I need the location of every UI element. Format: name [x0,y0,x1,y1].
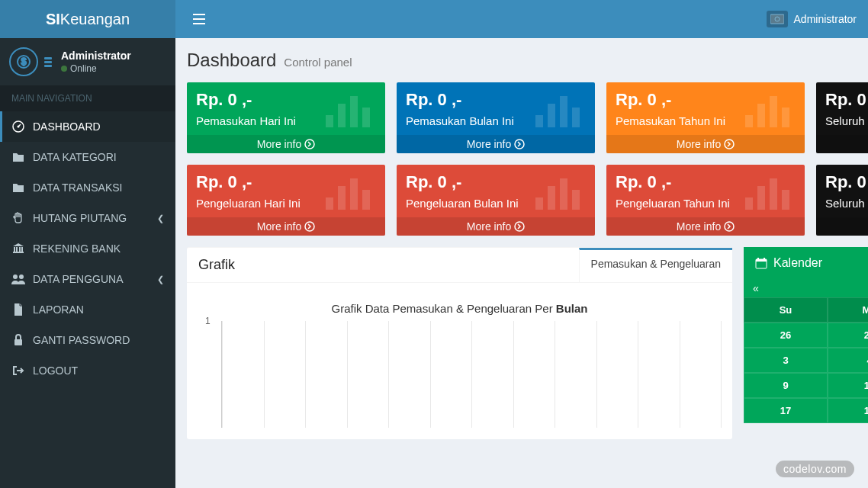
calendar-title: Kalender [773,256,822,270]
sidebar-item-data-pengguna[interactable]: DATA PENGGUNA❮ [0,264,175,294]
sidebar-item-data-transaksi[interactable]: DATA TRANSAKSI [0,172,175,203]
user-name: Administrator [61,50,131,62]
more-info-link[interactable]: More info [397,135,595,153]
svg-rect-44 [560,178,567,210]
svg-rect-38 [338,186,346,210]
calendar-day-cell[interactable]: 27 [828,323,868,348]
svg-rect-27 [745,115,753,127]
more-info-link[interactable]: More info [187,135,385,153]
calendar-day-cell[interactable]: 18 [828,398,868,423]
sidebar-item-logout[interactable]: LOGOUT [0,355,175,386]
sidebar-toggle-button[interactable] [187,8,211,30]
more-info-link[interactable]: More info [606,217,805,236]
stat-card: Rp. 0 ,-Pemasukan Hari IniMore info [187,82,385,153]
svg-rect-2 [193,23,205,24]
logout-icon [11,365,25,376]
svg-rect-25 [572,108,580,127]
svg-rect-24 [560,96,567,127]
calendar-day-cell[interactable]: 9 [744,373,828,398]
folder-icon [11,182,25,193]
calendar-day-header: Su [744,297,828,323]
arrow-right-circle-icon [724,221,735,232]
sidebar-item-label: DATA PENGGUNA [33,273,124,285]
calendar-icon [755,257,767,269]
more-info-link[interactable]: More info [606,135,805,153]
sidebar-item-label: LOGOUT [33,364,78,377]
svg-rect-17 [326,115,333,127]
svg-rect-11 [19,247,21,252]
svg-rect-10 [16,247,18,252]
bars-icon [323,171,376,213]
navbar-user-label: Administrator [794,13,857,25]
svg-rect-16 [14,339,22,345]
watermark: codelov.com [776,461,854,477]
svg-rect-18 [338,104,346,127]
calendar-prev-button[interactable]: « [753,282,759,294]
money-icon [767,11,788,27]
calendar-day-cell[interactable]: 3 [744,348,828,373]
stat-card: Rp. 0 ,-Pengeluaran Bulan IniMore info [397,165,595,236]
file-icon [11,303,25,316]
stat-card: Rp. 0 ,-Pemasukan Bulan IniMore info [397,82,595,153]
user-status: Online [61,63,131,74]
stat-label: Seluruh [825,114,868,127]
svg-rect-3 [770,14,784,24]
sidebar-item-laporan[interactable]: LAPORAN [0,294,175,325]
sidebar-item-ganti-password[interactable]: GANTI PASSWORD [0,325,175,355]
calendar-day-cell[interactable]: 10 [828,373,868,398]
svg-rect-29 [770,96,777,127]
more-info-link[interactable]: More info [816,217,868,236]
calendar-day-cell[interactable]: 26 [744,323,828,348]
svg-rect-43 [548,186,555,210]
bars-icon [532,171,586,213]
calendar-day-header: Mo [828,297,868,323]
svg-rect-37 [326,197,333,210]
app-logo[interactable]: SIKeuangan [0,0,175,38]
hand-icon [11,212,25,224]
more-info-link[interactable]: More info [816,135,868,153]
stat-label: Seluruh [825,197,868,210]
sidebar-item-label: REKENING BANK [33,242,121,255]
svg-rect-28 [757,104,765,127]
user-panel: $ Administrator Online [0,38,175,85]
stat-card: Rp. 0 ,-Pengeluaran Tahun IniMore info [606,165,805,236]
svg-rect-0 [193,14,205,15]
arrow-right-circle-icon [724,139,735,149]
sidebar-item-dashboard[interactable]: DASHBOARD [0,111,175,142]
arrow-right-circle-icon [514,139,525,149]
more-info-link[interactable]: More info [187,217,385,236]
svg-rect-39 [350,178,358,210]
svg-rect-9 [14,247,15,252]
bars-icon [742,171,796,213]
more-info-link[interactable]: More info [397,217,595,236]
calendar-day-cell[interactable]: 17 [744,398,828,423]
svg-rect-48 [757,186,765,210]
chart-tab[interactable]: Pemasukan & Pengeluaran [579,248,732,282]
stat-card: Rp. 0 ,-SeluruhMore info [816,165,868,236]
stat-card: Rp. 0 ,-SeluruhMore info [816,82,868,153]
sidebar-item-label: DATA KATEGORI [33,151,117,163]
sidebar-item-hutang-piutang[interactable]: HUTANG PIUTANG❮ [0,203,175,233]
calendar-day-cell[interactable]: 4 [828,348,868,373]
sidebar-item-data-kategori[interactable]: DATA KATEGORI [0,142,175,172]
svg-rect-47 [745,197,753,210]
stack-lines-icon [44,57,52,67]
menu-icon [193,14,205,24]
sidebar-item-rekening-bank[interactable]: REKENING BANK [0,233,175,264]
svg-rect-20 [362,108,370,127]
svg-text:$: $ [21,56,27,67]
svg-rect-45 [572,190,580,210]
lock-icon [11,334,25,346]
arrow-right-circle-icon [514,221,525,232]
sidebar-item-label: HUTANG PIUTANG [33,212,127,224]
navbar-user[interactable]: Administrator [767,11,857,27]
svg-rect-42 [535,197,543,210]
svg-point-8 [18,126,20,128]
stat-value: Rp. 0 ,- [825,172,868,192]
sidebar-item-label: DATA TRANSAKSI [33,181,122,194]
chart-ytick: 1 [205,316,211,326]
nav-header: MAIN NAVIGATION [0,85,175,111]
status-dot-icon [61,66,67,72]
sidebar-item-label: DASHBOARD [33,120,101,133]
svg-rect-23 [548,104,555,127]
